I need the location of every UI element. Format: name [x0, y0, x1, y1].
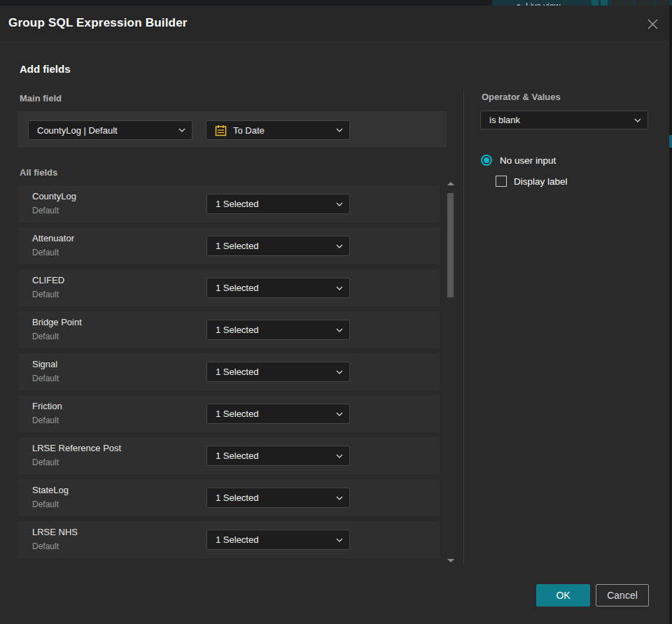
- toolbar-button-fragment: [636, 0, 654, 6]
- field-subtitle: Default: [32, 374, 59, 383]
- screen: Live view Group SQL Expression Builder A…: [0, 0, 672, 624]
- operator-select-value: is blank: [489, 115, 520, 125]
- field-subtitle: Default: [32, 290, 59, 299]
- add-fields-heading: Add fields: [20, 63, 71, 75]
- field-selection-value: 1 Selected: [216, 451, 258, 461]
- chevron-down-icon: [336, 202, 343, 206]
- chevron-down-icon: [178, 128, 186, 132]
- chevron-down-icon: [336, 244, 343, 248]
- background-teal-fragment: [669, 135, 672, 148]
- field-selection-value: 1 Selected: [216, 409, 258, 419]
- field-subtitle: Default: [32, 416, 59, 425]
- main-date-select-value: To Date: [233, 125, 265, 136]
- panel-divider: [463, 90, 464, 564]
- background-right-strip: [669, 6, 672, 624]
- field-selection-dropdown[interactable]: 1 Selected: [206, 236, 350, 256]
- chevron-down-icon: [336, 496, 343, 500]
- display-label-label: Display label: [514, 176, 568, 187]
- main-field-select-value: CountyLog | Default: [37, 125, 118, 136]
- calendar-icon: [215, 125, 227, 136]
- field-selection-dropdown[interactable]: 1 Selected: [206, 278, 350, 298]
- no-user-input-label: No user input: [500, 155, 556, 166]
- field-selection-dropdown[interactable]: 1 Selected: [206, 194, 350, 214]
- field-subtitle: Default: [32, 332, 59, 341]
- scrollbar-up-arrow-icon[interactable]: [447, 182, 454, 185]
- checkbox-unchecked-icon: [496, 176, 507, 187]
- scrollbar-thumb[interactable]: [447, 193, 454, 297]
- chevron-down-icon: [336, 538, 343, 542]
- main-field-panel: CountyLog | Default To Date: [18, 111, 447, 148]
- group-sql-expression-builder-dialog: Group SQL Expression Builder Add fields …: [0, 6, 669, 624]
- chevron-down-icon: [336, 286, 343, 290]
- toolbar-button-fragment: [612, 0, 633, 6]
- field-name: Attenuator: [32, 233, 74, 243]
- chevron-down-icon: [336, 454, 343, 458]
- ok-button[interactable]: OK: [536, 584, 590, 607]
- radio-selected-icon: [481, 155, 492, 166]
- chevron-down-icon: [336, 128, 343, 132]
- field-row: Attenuator Default 1 Selected: [18, 227, 440, 264]
- field-selection-value: 1 Selected: [216, 241, 258, 251]
- field-row: Signal Default 1 Selected: [18, 353, 440, 390]
- field-name: LRSE Reference Post: [32, 443, 121, 453]
- field-row: Bridge Point Default 1 Selected: [18, 311, 440, 348]
- background-toolbar-strip: Live view: [0, 0, 672, 6]
- chevron-down-icon: [336, 412, 343, 416]
- field-name: Friction: [32, 401, 62, 411]
- field-name: StateLog: [32, 485, 69, 495]
- main-field-label: Main field: [20, 93, 62, 104]
- field-selection-dropdown[interactable]: 1 Selected: [206, 488, 350, 508]
- field-name: CLIFED: [32, 275, 64, 285]
- field-selection-value: 1 Selected: [216, 367, 258, 377]
- field-name: CountyLog: [32, 191, 76, 201]
- chevron-down-icon: [634, 118, 641, 122]
- no-user-input-radio[interactable]: No user input: [481, 155, 556, 166]
- main-date-select[interactable]: To Date: [206, 120, 350, 140]
- display-label-checkbox[interactable]: Display label: [496, 176, 568, 187]
- chevron-down-icon: [336, 328, 343, 332]
- field-row: Friction Default 1 Selected: [18, 395, 440, 432]
- field-subtitle: Default: [32, 499, 59, 509]
- cancel-button[interactable]: Cancel: [596, 584, 649, 607]
- dialog-title: Group SQL Expression Builder: [8, 6, 188, 41]
- live-view-toggle[interactable]: Live view: [517, 1, 560, 6]
- scrollbar-down-arrow-icon[interactable]: [447, 559, 454, 562]
- field-selection-value: 1 Selected: [216, 534, 258, 545]
- field-name: Bridge Point: [32, 317, 82, 327]
- chevron-down-icon: [336, 370, 343, 374]
- field-row: LRSE NHS Default 1 Selected: [18, 521, 440, 558]
- main-field-select[interactable]: CountyLog | Default: [28, 120, 192, 140]
- field-name: Signal: [32, 359, 57, 369]
- field-subtitle: Default: [32, 248, 59, 257]
- field-subtitle: Default: [32, 458, 59, 467]
- field-subtitle: Default: [32, 206, 59, 215]
- toolbar-button-fragment: [601, 0, 608, 6]
- close-icon[interactable]: [645, 16, 660, 31]
- field-selection-value: 1 Selected: [216, 325, 258, 335]
- field-row: CLIFED Default 1 Selected: [18, 269, 440, 306]
- dialog-title-bar: Group SQL Expression Builder: [0, 6, 669, 41]
- field-row: CountyLog Default 1 Selected: [18, 185, 440, 222]
- operator-values-heading: Operator & Values: [482, 92, 561, 102]
- field-row: StateLog Default 1 Selected: [18, 479, 440, 516]
- toolbar-button-fragment: [592, 0, 598, 6]
- field-selection-value: 1 Selected: [216, 492, 258, 503]
- all-fields-label: All fields: [20, 167, 57, 178]
- field-selection-value: 1 Selected: [216, 199, 258, 209]
- operator-select[interactable]: is blank: [480, 111, 648, 129]
- field-selection-dropdown[interactable]: 1 Selected: [206, 362, 350, 382]
- field-selection-dropdown[interactable]: 1 Selected: [206, 404, 350, 424]
- toolbar-button-fragment: [657, 0, 669, 6]
- field-selection-dropdown[interactable]: 1 Selected: [206, 446, 350, 466]
- field-row: LRSE Reference Post Default 1 Selected: [18, 437, 440, 474]
- field-subtitle: Default: [32, 541, 59, 551]
- field-selection-value: 1 Selected: [216, 283, 258, 293]
- field-selection-dropdown[interactable]: 1 Selected: [206, 530, 350, 550]
- field-selection-dropdown[interactable]: 1 Selected: [206, 320, 350, 340]
- field-name: LRSE NHS: [32, 527, 78, 537]
